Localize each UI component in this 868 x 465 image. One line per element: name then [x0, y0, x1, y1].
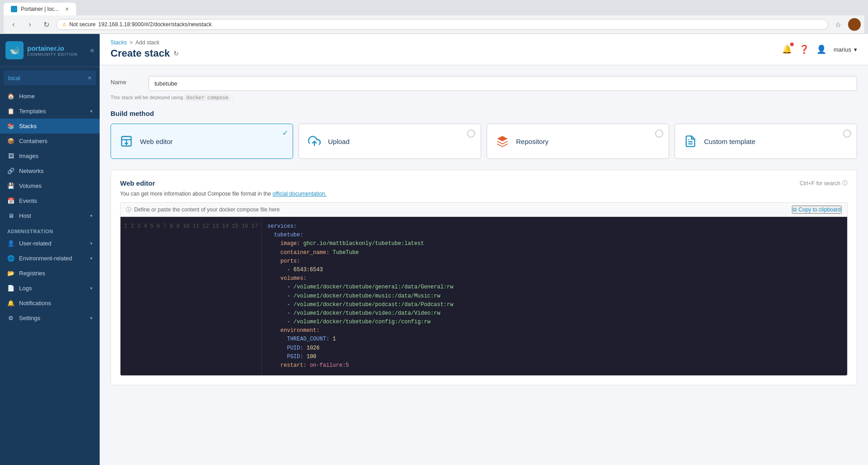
sidebar-collapse-button[interactable]: «: [90, 46, 94, 54]
sidebar-item-home[interactable]: 🏠 Home: [0, 89, 100, 104]
sidebar-item-label: Containers: [19, 138, 92, 144]
sidebar-item-containers[interactable]: 📦 Containers: [0, 134, 100, 149]
back-button[interactable]: ‹: [7, 18, 20, 31]
portainer-brand-name: portainer.io: [27, 44, 77, 52]
sidebar-logo-text: portainer.io COMMUNITY EDITION: [27, 44, 77, 57]
upload-label: Upload: [328, 138, 350, 145]
sidebar-item-host[interactable]: 🖥 Host ▾: [0, 208, 100, 223]
page-header: Stacks > Add stack Create stack ↻ 🔔 ❓ 👤 …: [100, 34, 868, 65]
build-method-upload[interactable]: Upload: [299, 124, 481, 159]
registries-icon: 📂: [7, 270, 14, 277]
app-layout: 🐋 portainer.io COMMUNITY EDITION « local…: [0, 34, 868, 465]
chevron-down-icon: ▾: [90, 241, 92, 246]
sidebar-item-label: Stacks: [19, 123, 92, 129]
sidebar-item-user-related[interactable]: 👤 User-related ▾: [0, 236, 100, 251]
build-method-custom-template[interactable]: Custom template: [675, 124, 857, 159]
header-left: Stacks > Add stack Create stack ↻: [111, 39, 179, 59]
templates-icon: 📋: [7, 108, 14, 115]
name-form-group: Name This stack will be deployed using d…: [111, 76, 857, 101]
official-docs-link[interactable]: official documentation.: [272, 191, 326, 197]
sidebar-item-environment-related[interactable]: 🌐 Environment-related ▾: [0, 251, 100, 266]
sidebar-logo: 🐋 portainer.io COMMUNITY EDITION «: [0, 34, 100, 67]
chevron-down-icon: ▾: [90, 213, 92, 218]
sidebar-item-registries[interactable]: 📂 Registries: [0, 266, 100, 281]
address-text: 192.168.1.18:9000/#/2/docker/stacks/news…: [98, 21, 212, 28]
editor-define-text: Define or paste the content of your dock…: [134, 206, 280, 213]
browser-profile-avatar[interactable]: [848, 18, 861, 31]
build-method-web-editor[interactable]: Web editor ✓: [111, 124, 293, 159]
chevron-down-icon: ▾: [90, 256, 92, 261]
tab-title: Portainer | loc...: [21, 6, 59, 12]
header-user[interactable]: marius ▾: [834, 46, 857, 53]
sidebar-environment[interactable]: local ×: [4, 71, 96, 85]
browser-tab[interactable]: Portainer | loc... ×: [4, 3, 76, 15]
logs-icon: 📄: [7, 285, 14, 292]
stack-hint-suffix: .: [231, 95, 233, 100]
web-editor-icon: [118, 133, 135, 149]
tab-favicon: [11, 6, 17, 12]
browser-toolbar: ‹ › ↻ ⚠ Not secure 192.168.1.18:9000/#/2…: [4, 15, 864, 34]
bookmark-button[interactable]: ☆: [832, 18, 844, 31]
sidebar-item-logs[interactable]: 📄 Logs ▾: [0, 281, 100, 296]
help-button[interactable]: ❓: [799, 44, 809, 54]
breadcrumb-separator: >: [130, 39, 133, 46]
refresh-icon[interactable]: ↻: [174, 50, 179, 57]
custom-template-radio: [843, 129, 851, 138]
forward-button[interactable]: ›: [24, 18, 36, 31]
sidebar-item-label: Registries: [19, 270, 92, 277]
page-title-row: Create stack ↻: [111, 48, 179, 59]
events-icon: 📅: [7, 197, 14, 204]
build-method-repository[interactable]: Repository: [487, 124, 669, 159]
code-editor[interactable]: 1 2 3 4 5 6 7 8 9 10 11 12 13 14 15 16 1…: [120, 216, 848, 376]
tab-close-button[interactable]: ×: [65, 5, 69, 13]
sidebar-item-volumes[interactable]: 💾 Volumes: [0, 178, 100, 193]
sidebar-item-templates[interactable]: 📋 Templates ▾: [0, 104, 100, 119]
settings-icon: ⚙: [7, 315, 14, 321]
sidebar-item-label: Notifications: [19, 300, 92, 307]
sidebar-item-label: Settings: [19, 315, 86, 321]
content-area: Name This stack will be deployed using d…: [100, 65, 868, 396]
repository-label: Repository: [516, 138, 549, 145]
sidebar-item-stacks[interactable]: 📚 Stacks: [0, 119, 100, 134]
images-icon: 🖼: [7, 153, 14, 159]
sidebar-item-notifications[interactable]: 🔔 Notifications: [0, 296, 100, 311]
notifications-header-button[interactable]: 🔔: [782, 44, 792, 54]
portainer-edition-label: COMMUNITY EDITION: [27, 52, 77, 57]
address-bar[interactable]: ⚠ Not secure 192.168.1.18:9000/#/2/docke…: [56, 19, 828, 30]
main-content: Stacks > Add stack Create stack ↻ 🔔 ❓ 👤 …: [100, 34, 868, 465]
sidebar-item-images[interactable]: 🖼 Images: [0, 149, 100, 163]
sidebar-item-events[interactable]: 📅 Events: [0, 193, 100, 208]
header-actions: 🔔 ❓ 👤 marius ▾: [782, 44, 857, 54]
stacks-icon: 📚: [7, 123, 14, 129]
breadcrumb-stacks-link[interactable]: Stacks: [111, 39, 127, 46]
user-menu-button[interactable]: 👤: [816, 44, 826, 54]
name-input[interactable]: [149, 76, 857, 91]
copy-to-clipboard-button[interactable]: ⧉ Copy to clipboard: [792, 206, 842, 214]
custom-template-label: Custom template: [704, 138, 755, 145]
breadcrumb: Stacks > Add stack: [111, 39, 179, 46]
name-label: Name: [111, 79, 138, 86]
chevron-down-icon: ▾: [90, 109, 92, 114]
stack-hint-text: This stack will be deployed using: [111, 95, 183, 100]
containers-icon: 📦: [7, 138, 14, 144]
chevron-down-icon: ▾: [90, 316, 92, 321]
host-icon: 🖥: [7, 212, 14, 219]
sidebar-item-networks[interactable]: 🔗 Networks: [0, 163, 100, 178]
environment-name: local: [8, 75, 20, 81]
editor-toolbar: ⓘ Define or paste the content of your do…: [120, 202, 848, 216]
selected-check-icon: ✓: [282, 129, 288, 137]
custom-template-icon: [682, 133, 699, 149]
portainer-logo-icon: 🐋: [5, 41, 24, 59]
ctrl-f-hint: Ctrl+F for search ⓘ: [800, 179, 848, 187]
build-method-group: Build method Web editor: [111, 110, 857, 159]
repository-radio: [655, 129, 663, 138]
environment-close-button[interactable]: ×: [88, 74, 92, 81]
page-title: Create stack: [111, 48, 170, 59]
web-editor-header: Web editor Ctrl+F for search ⓘ: [120, 179, 848, 187]
copy-icon: ⧉: [793, 206, 797, 213]
sidebar-item-label: Events: [19, 197, 92, 204]
sidebar-item-settings[interactable]: ⚙ Settings ▾: [0, 311, 100, 326]
help-circle-icon: ⓘ: [842, 179, 848, 187]
code-content[interactable]: services: tubetube: image: ghcr.io/mattb…: [262, 217, 847, 375]
reload-button[interactable]: ↻: [40, 18, 53, 31]
